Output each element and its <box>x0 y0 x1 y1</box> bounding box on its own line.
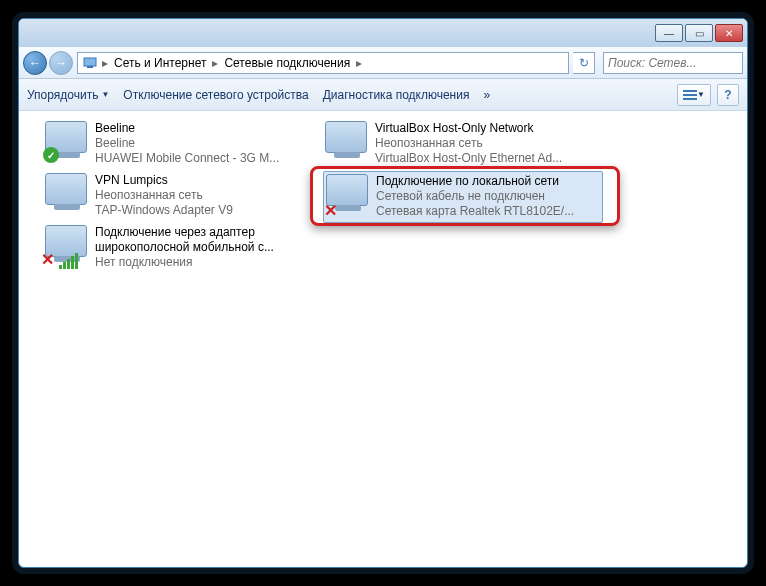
connection-icon: ✕ <box>45 225 89 265</box>
refresh-button[interactable]: ↻ <box>573 52 595 74</box>
forward-button[interactable]: → <box>49 51 73 75</box>
connection-icon <box>45 173 89 213</box>
search-input[interactable] <box>608 56 748 70</box>
close-button[interactable]: ✕ <box>715 24 743 42</box>
connection-device: TAP-Windows Adapter V9 <box>95 203 321 218</box>
maximize-button[interactable]: ▭ <box>685 24 713 42</box>
more-tools-button[interactable]: » <box>483 88 490 102</box>
connection-name: Подключение через адаптер широкополосной… <box>95 225 321 255</box>
organize-button[interactable]: Упорядочить ▼ <box>27 88 109 102</box>
view-mode-button[interactable]: ▼ <box>677 84 711 106</box>
connection-name: Подключение по локальной сети <box>376 174 600 189</box>
connection-item[interactable]: VirtualBox Host-Only Network Неопознанна… <box>323 119 603 171</box>
svg-rect-1 <box>87 66 93 68</box>
titlebar: — ▭ ✕ <box>19 19 747 47</box>
svg-rect-4 <box>683 98 697 100</box>
connection-status: Сетевой кабель не подключен <box>376 189 600 204</box>
address-bar[interactable]: ▸ Сеть и Интернет ▸ Сетевые подключения … <box>77 52 569 74</box>
connections-panel: ✓ Beeline Beeline HUAWEI Mobile Connect … <box>19 111 747 567</box>
checkmark-icon: ✓ <box>43 147 59 163</box>
connection-icon <box>325 121 369 161</box>
chevron-right-icon: ▸ <box>354 56 364 70</box>
connection-name: VPN Lumpics <box>95 173 321 188</box>
minimize-button[interactable]: — <box>655 24 683 42</box>
connection-icon: ✓ <box>45 121 89 161</box>
chevron-down-icon: ▼ <box>697 90 705 99</box>
connection-name: VirtualBox Host-Only Network <box>375 121 601 136</box>
connection-device: HUAWEI Mobile Connect - 3G M... <box>95 151 321 166</box>
diagnose-button[interactable]: Диагностика подключения <box>323 88 470 102</box>
explorer-window: — ▭ ✕ ← → ▸ Сеть и Интернет ▸ Сетевые по… <box>18 18 748 568</box>
connection-status: Нет подключения <box>95 255 321 270</box>
svg-rect-0 <box>84 58 96 66</box>
search-box[interactable]: 🔍 <box>603 52 743 74</box>
toolbar: Упорядочить ▼ Отключение сетевого устрой… <box>19 79 747 111</box>
disable-device-button[interactable]: Отключение сетевого устройства <box>123 88 308 102</box>
chevron-right-icon: ▸ <box>100 56 110 70</box>
connection-device: Сетевая карта Realtek RTL8102E/... <box>376 204 600 219</box>
breadcrumb-root[interactable]: Сеть и Интернет <box>112 56 208 70</box>
connection-status: Неопознанная сеть <box>95 188 321 203</box>
connection-status: Beeline <box>95 136 321 151</box>
chevron-down-icon: ▼ <box>101 90 109 99</box>
svg-rect-2 <box>683 90 697 92</box>
connection-name: Beeline <box>95 121 321 136</box>
red-x-icon: ✕ <box>39 251 55 267</box>
connection-item[interactable]: VPN Lumpics Неопознанная сеть TAP-Window… <box>43 171 323 223</box>
connection-status: Неопознанная сеть <box>375 136 601 151</box>
connection-item[interactable]: ✓ Beeline Beeline HUAWEI Mobile Connect … <box>43 119 323 171</box>
navigation-bar: ← → ▸ Сеть и Интернет ▸ Сетевые подключе… <box>19 47 747 79</box>
connection-item-selected[interactable]: ✕ Подключение по локальной сети Сетевой … <box>323 171 603 223</box>
red-x-icon: ✕ <box>322 202 338 218</box>
connection-device: VirtualBox Host-Only Ethernet Ad... <box>375 151 601 166</box>
back-button[interactable]: ← <box>23 51 47 75</box>
connection-item[interactable]: ✕ Подключение через адаптер широкополосн… <box>43 223 323 275</box>
breadcrumb-current[interactable]: Сетевые подключения <box>222 56 352 70</box>
help-button[interactable]: ? <box>717 84 739 106</box>
chevron-right-icon: ▸ <box>210 56 220 70</box>
svg-rect-3 <box>683 94 697 96</box>
network-icon <box>82 55 98 71</box>
connection-icon: ✕ <box>326 174 370 214</box>
signal-bars-icon <box>59 253 78 269</box>
